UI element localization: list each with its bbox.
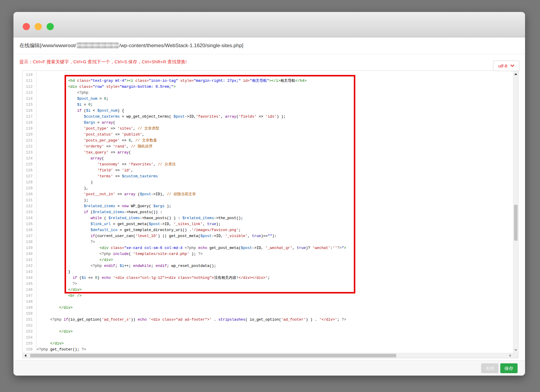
line-number: 147 [23,293,36,299]
code-line[interactable]: } [37,269,513,275]
code-editor[interactable]: 1101111121131141151161171181191201211221… [22,70,518,358]
line-number: 144 [23,275,36,281]
code-line[interactable]: 'taxonomy' => 'favorites', // 分类法 [37,162,513,167]
line-number: 132 [23,203,36,209]
code-line[interactable]: array( [37,156,513,162]
scroll-down-icon[interactable] [514,349,517,351]
line-number: 136 [23,227,36,233]
line-number: 146 [23,287,36,293]
line-number: 119 [23,126,36,132]
code-line[interactable]: </div> [37,341,513,347]
line-number: 141 [23,257,36,263]
code-line[interactable]: <?php [37,90,513,96]
file-path-prefix: 在线编辑[/www/wwwroot/ [19,43,76,48]
line-number: 153 [23,329,36,335]
code-line[interactable] [37,299,513,305]
code-line[interactable]: $default_ico = get_template_directory_ur… [37,227,513,233]
code-line[interactable]: 'post_status' => 'publish', [37,132,513,138]
line-number: 133 [23,209,36,215]
code-line[interactable]: 'terms' => $custom_taxterms [37,173,513,179]
code-content[interactable]: <h4 class="text-gray mt-4"><i class="ico… [37,71,513,353]
line-number: 122 [23,144,36,150]
horizontal-scrollbar[interactable] [23,353,513,358]
code-line[interactable]: if ($i < $post_num) { [37,108,513,114]
code-line[interactable]: <div class="row" style="margin-bottom: 8… [37,84,513,90]
line-number: 154 [23,335,36,341]
line-number: 129 [23,185,36,191]
code-line[interactable]: </div> [37,257,513,263]
minimize-window-icon[interactable] [35,23,42,30]
code-line[interactable]: ?> [37,239,513,245]
code-line[interactable]: if(current_user_can('level_10') || get_p… [37,233,513,239]
code-line[interactable]: $custom_taxterms = wp_get_object_terms( … [37,114,513,120]
scroll-left-icon[interactable] [25,354,26,357]
code-line[interactable]: 'posts_per_page' => 6, // 文章数量 [37,138,513,144]
code-line[interactable]: 'post_type' => 'sites', // 文章类型 [37,126,513,132]
code-line[interactable]: $related_items = new WP_Query( $args ); [37,203,513,209]
code-line[interactable]: $args = array( [37,120,513,126]
code-line[interactable]: <?php get_footer(); ?> [37,347,513,353]
line-number: 135 [23,221,36,227]
code-line[interactable] [37,311,513,317]
line-number: 120 [23,132,36,138]
code-line[interactable] [37,72,513,78]
line-number: 115 [23,102,36,108]
code-line[interactable]: </div> [37,287,513,293]
code-line[interactable]: </div> [37,329,513,335]
chevron-down-icon [510,64,514,67]
line-number: 151 [23,317,36,323]
scroll-right-icon[interactable] [510,354,511,357]
file-path-title: 在线编辑[/www/wwwroot//wp-content/themes/Web… [13,37,525,54]
encoding-select[interactable]: utf-8 [493,61,519,71]
vertical-scrollbar[interactable] [513,71,518,353]
horizontal-scrollbar-thumb[interactable] [30,354,396,357]
line-number: 152 [23,323,36,329]
line-number: 111 [23,78,36,84]
vertical-scrollbar-thumb[interactable] [514,205,518,241]
zoom-window-icon[interactable] [47,23,54,30]
code-line[interactable]: while ( $related_items->have_posts() ) :… [37,215,513,221]
scroll-up-icon[interactable] [514,73,517,75]
code-line[interactable]: <?php if(io_get_option('ad_footer_s')) e… [37,317,513,323]
code-line[interactable]: 'tax_query' => array( [37,150,513,156]
code-line[interactable]: $post_num = 6; [37,96,513,102]
scrollbar-corner [513,353,518,358]
code-line[interactable]: <?php endif; $i++; endwhile; endif; wp_r… [37,263,513,269]
code-line[interactable]: ); [37,197,513,203]
line-number: 130 [23,191,36,197]
line-number: 117 [23,114,36,120]
line-number: 121 [23,138,36,144]
code-line[interactable]: ?> [37,281,513,287]
shortcut-hint-text: 提示：Ctrl+F 搜索关键字，Ctrl+G 查找下一个，Ctrl+S 保存，C… [19,59,187,65]
window-titlebar [13,12,525,37]
code-line[interactable]: <div class="xe-card col-sm-6 col-md-4 <?… [37,245,513,251]
line-number: 126 [23,167,36,173]
line-number: 131 [23,197,36,203]
code-line[interactable]: <?php include( 'templates/site-card.php'… [37,251,513,257]
line-number-gutter: 1101111121131141151161171181191201211221… [23,71,36,353]
code-line[interactable]: 'post__not_in' => array ($post->ID), // … [37,191,513,197]
line-number: 125 [23,162,36,167]
close-button[interactable]: 关闭 [481,363,498,373]
line-number: 139 [23,245,36,251]
code-line[interactable]: if ($related_items->have_posts()) : [37,209,513,215]
code-line[interactable] [37,335,513,341]
code-line[interactable]: if ($i == 0) echo '<div class="col-lg-12… [37,275,513,281]
code-line[interactable]: 'field' => 'id', [37,167,513,173]
code-line[interactable]: <br /> [37,293,513,299]
close-window-icon[interactable] [23,23,30,30]
code-line[interactable]: <h4 class="text-gray mt-4"><i class="ico… [37,78,513,84]
line-number: 156 [23,347,36,353]
code-line[interactable]: ), [37,185,513,191]
code-line[interactable]: $i = 0; [37,102,513,108]
code-line[interactable]: ) [37,179,513,185]
line-number: 145 [23,281,36,287]
code-line[interactable] [37,323,513,329]
code-line[interactable]: $link_url = get_post_meta($post->ID, '_s… [37,221,513,227]
code-line[interactable]: 'orderby' => 'rand', // 随机排序 [37,144,513,150]
line-number: 113 [23,90,36,96]
line-number: 150 [23,311,36,317]
line-number: 124 [23,156,36,162]
save-button[interactable]: 保存 [500,363,518,373]
code-line[interactable]: </div> [37,305,513,311]
